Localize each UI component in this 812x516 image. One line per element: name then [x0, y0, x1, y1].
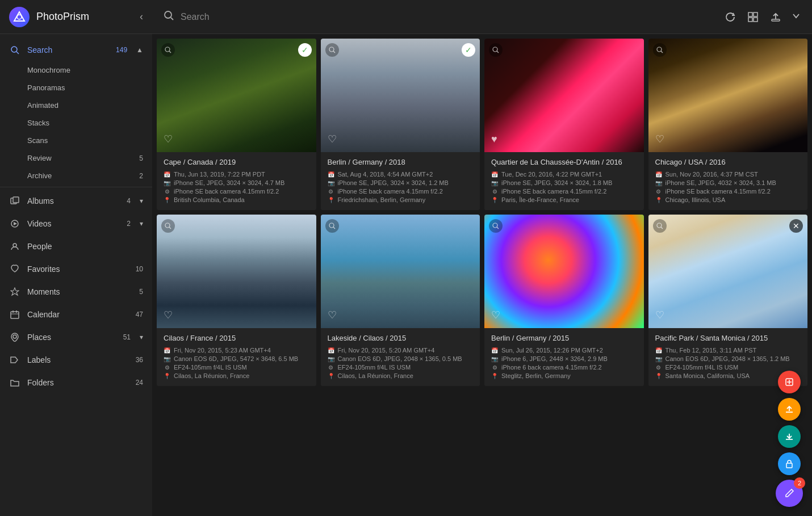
videos-expand-icon[interactable]: ▾ [140, 220, 143, 228]
photo-heart-8[interactable]: ♡ [655, 309, 664, 321]
photo-card-1[interactable]: ✓ ♡ Cape / Canada / 2019 📅 Thu, Jun 13, … [157, 39, 316, 210]
photo-title-5: Cilaos / France / 2015 [164, 334, 309, 342]
photo-card-3[interactable]: ♥ Quartier de La Chaussée-D'Antin / 2016… [484, 39, 644, 210]
sidebar-item-search[interactable]: Search 149 ▲ [0, 39, 152, 61]
photo-heart-6[interactable]: ♡ [328, 309, 337, 321]
photo-card-2[interactable]: ✓ ♡ Berlin / Germany / 2018 📅 Sat, Aug 4… [321, 39, 480, 210]
lens-meta-icon-2: ⚙ [328, 188, 334, 195]
photo-zoom-icon-2[interactable] [325, 43, 339, 57]
svg-marker-7 [14, 222, 17, 225]
photo-image-1: ✓ ♡ [157, 39, 316, 152]
photo-zoom-icon-7[interactable] [489, 219, 503, 233]
photo-check-icon-2[interactable]: ✓ [462, 43, 475, 57]
svg-rect-10 [11, 312, 19, 318]
sidebar-item-albums[interactable]: Albums 4 ▾ [0, 190, 152, 212]
grid-view-button[interactable] [746, 10, 760, 24]
photo-zoom-icon-1[interactable] [161, 43, 175, 57]
photo-zoom-icon-6[interactable] [325, 219, 339, 233]
photo-image-2: ✓ ♡ [321, 39, 480, 152]
albums-expand-icon[interactable]: ▾ [140, 197, 143, 205]
sidebar-sub-panoramas[interactable]: Panoramas [0, 79, 152, 97]
photo-card-5[interactable]: ♡ Cilaos / France / 2015 📅 Fri, Nov 20, … [157, 215, 316, 386]
sidebar-item-moments[interactable]: Moments 5 [0, 280, 152, 303]
fab-teal-wrapper [778, 425, 801, 448]
photo-info-4: Chicago / USA / 2016 📅 Sun, Nov 20, 2016… [648, 152, 808, 210]
photo-info-3: Quartier de La Chaussée-D'Antin / 2016 📅… [484, 152, 644, 210]
sidebar-sub-animated[interactable]: Animated [0, 97, 152, 114]
lens-meta-icon-8: ⚙ [655, 364, 662, 371]
photo-info-5: Cilaos / France / 2015 📅 Fri, Nov 20, 20… [157, 328, 316, 386]
svg-line-29 [661, 51, 663, 53]
location-meta-icon-2: 📍 [328, 196, 334, 203]
lens-meta-icon-5: ⚙ [164, 364, 170, 371]
photo-check-icon-1[interactable]: ✓ [298, 43, 312, 57]
sidebar-item-places[interactable]: Places 51 ▾ [0, 326, 152, 349]
fab-upload-button[interactable] [778, 398, 801, 421]
sidebar-sub-archive-label: Archive [27, 171, 52, 180]
photo-image-6: ♡ [321, 215, 480, 328]
topbar [152, 0, 812, 34]
sidebar-sub-archive[interactable]: Archive 2 [0, 167, 152, 184]
sidebar-sub-review[interactable]: Review 5 [0, 149, 152, 167]
sidebar-sub-stacks[interactable]: Stacks [0, 114, 152, 132]
calendar-icon [9, 309, 20, 320]
photo-image-5: ♡ [157, 215, 316, 328]
sidebar-item-people[interactable]: People [0, 235, 152, 258]
photo-info-2: Berlin / Germany / 2018 📅 Sat, Aug 4, 20… [321, 152, 480, 210]
search-icon [164, 10, 174, 23]
photo-zoom-icon-8[interactable] [653, 219, 667, 233]
topbar-chevron-button[interactable] [792, 11, 801, 22]
photo-card-7[interactable]: ♡ Berlin / Germany / 2015 📅 Sun, Jul 26,… [484, 215, 644, 386]
photo-heart-5[interactable]: ♡ [164, 309, 173, 321]
photo-grid: ✓ ♡ Cape / Canada / 2019 📅 Thu, Jun 13, … [157, 39, 807, 386]
upload-button[interactable] [769, 10, 782, 24]
photo-heart-4[interactable]: ♡ [655, 133, 664, 145]
photo-heart-2[interactable]: ♡ [328, 133, 337, 145]
location-meta-icon-6: 📍 [328, 372, 334, 379]
location-meta-icon-7: 📍 [491, 372, 498, 379]
svg-rect-43 [786, 463, 792, 468]
fab-lock-button[interactable] [778, 452, 801, 475]
photo-meta-6: 📅 Fri, Nov 20, 2015, 5:20 AM GMT+4 📷 Can… [328, 347, 474, 379]
photo-title-8: Pacific Park / Santa Monica / 2015 [655, 334, 801, 342]
photo-heart-1[interactable]: ♡ [164, 133, 173, 145]
places-expand-icon[interactable]: ▾ [140, 333, 143, 341]
search-input[interactable] [181, 12, 717, 22]
calendar-meta-icon-7: 📅 [491, 347, 498, 354]
photo-heart-3[interactable]: ♥ [491, 133, 497, 145]
app-title: PhotoPrism [36, 11, 133, 23]
sidebar-sub-stacks-label: Stacks [27, 119, 49, 127]
sidebar-item-favorites[interactable]: Favorites 10 [0, 258, 152, 280]
location-meta-icon-5: 📍 [164, 372, 170, 379]
photo-close-button-8[interactable]: ✕ [789, 219, 803, 233]
fab-red-button[interactable] [778, 371, 801, 393]
photo-zoom-icon-5[interactable] [161, 219, 175, 233]
photo-zoom-icon-3[interactable] [489, 43, 503, 57]
sidebar-collapse-button[interactable]: ‹ [140, 11, 143, 23]
photo-zoom-icon-4[interactable] [653, 43, 667, 57]
photo-card-4[interactable]: ♡ Chicago / USA / 2016 📅 Sun, Nov 20, 20… [648, 39, 808, 210]
refresh-button[interactable] [723, 10, 737, 24]
photo-meta-3: 📅 Tue, Dec 20, 2016, 4:22 PM GMT+1 📷 iPh… [491, 171, 637, 203]
sidebar-item-folders[interactable]: Folders 24 [0, 371, 152, 394]
sidebar-item-videos[interactable]: Videos 2 ▾ [0, 212, 152, 235]
sidebar-item-calendar[interactable]: Calendar 47 [0, 303, 152, 326]
svg-point-1 [17, 15, 22, 19]
svg-point-34 [493, 223, 497, 228]
camera-meta-icon-8: 📷 [655, 355, 662, 362]
sidebar-sub-scans[interactable]: Scans [0, 132, 152, 149]
sidebar-sub-panoramas-label: Panoramas [27, 83, 65, 92]
sidebar-search-expand-icon[interactable]: ▲ [136, 46, 143, 54]
photo-card-8[interactable]: ✕ ♡ Pacific Park / Santa Monica / 2015 📅… [648, 215, 808, 386]
svg-rect-5 [13, 197, 19, 203]
photo-card-6[interactable]: ♡ Lakeside / Cilaos / 2015 📅 Fri, Nov 20… [321, 215, 480, 386]
camera-meta-icon-2: 📷 [328, 179, 334, 186]
fab-download-button[interactable] [778, 425, 801, 448]
camera-meta-icon-4: 📷 [655, 179, 662, 186]
photo-heart-7[interactable]: ♡ [491, 309, 500, 321]
photo-lens-1: ⚙ iPhone SE back camera 4.15mm f/2.2 [164, 188, 309, 195]
sidebar-sub-monochrome[interactable]: Monochrome [0, 61, 152, 79]
calendar-meta-icon-6: 📅 [328, 347, 334, 354]
svg-rect-20 [754, 18, 757, 22]
sidebar-item-labels[interactable]: Labels 36 [0, 349, 152, 371]
